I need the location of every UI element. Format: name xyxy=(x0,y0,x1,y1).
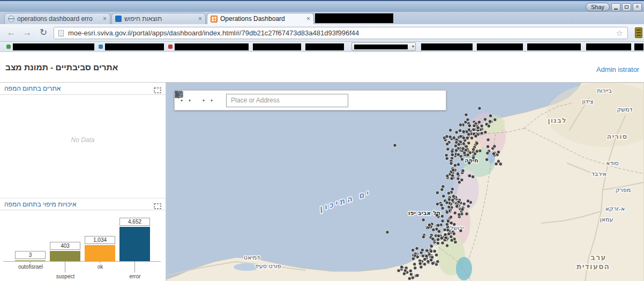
site-marker[interactable] xyxy=(456,172,460,176)
site-marker[interactable] xyxy=(437,230,441,233)
site-marker[interactable] xyxy=(409,272,413,276)
site-marker[interactable] xyxy=(435,253,438,257)
address-bar[interactable]: moe-esri.sviva.gov.il/portal/apps/dashbo… xyxy=(54,27,628,39)
site-marker[interactable] xyxy=(462,202,466,206)
site-marker[interactable] xyxy=(455,131,459,135)
site-marker[interactable] xyxy=(458,129,462,132)
site-marker[interactable] xyxy=(462,142,466,146)
site-marker[interactable] xyxy=(447,198,451,202)
site-marker[interactable] xyxy=(447,205,451,209)
site-marker[interactable] xyxy=(492,152,496,156)
site-marker[interactable] xyxy=(467,204,470,208)
site-marker[interactable] xyxy=(447,191,451,195)
site-marker[interactable] xyxy=(446,142,450,146)
back-button[interactable]: ← xyxy=(4,26,18,39)
filter-menu-button[interactable]: ▾ xyxy=(200,93,207,108)
url-text[interactable]: moe-esri.sviva.gov.il/portal/apps/dashbo… xyxy=(68,29,612,37)
site-marker[interactable] xyxy=(459,123,462,127)
site-marker[interactable] xyxy=(480,124,484,128)
bookmark-favicon[interactable] xyxy=(99,45,103,49)
site-marker[interactable] xyxy=(437,234,440,238)
site-marker[interactable] xyxy=(452,195,455,198)
site-marker[interactable] xyxy=(413,262,416,266)
site-marker[interactable] xyxy=(465,212,469,216)
site-marker[interactable] xyxy=(468,124,471,128)
site-marker[interactable] xyxy=(416,255,420,259)
layers-menu-button[interactable]: ▾ xyxy=(208,93,215,108)
site-marker[interactable] xyxy=(449,216,453,219)
site-marker[interactable] xyxy=(428,223,431,227)
tab-search-results[interactable]: תוצאות חיפוש × xyxy=(111,13,206,24)
site-marker[interactable] xyxy=(457,143,461,146)
tab-operations-dashboard[interactable]: Operations Dashboard × xyxy=(207,13,314,24)
site-marker[interactable] xyxy=(468,161,471,165)
site-marker[interactable] xyxy=(440,188,444,191)
site-marker[interactable] xyxy=(429,258,433,262)
site-marker[interactable] xyxy=(436,241,440,245)
expand-panel-icon[interactable] xyxy=(154,86,161,95)
site-marker[interactable] xyxy=(450,239,454,242)
site-marker[interactable] xyxy=(408,277,411,280)
site-marker[interactable] xyxy=(432,228,436,232)
chart-bar-suspect[interactable] xyxy=(50,251,80,261)
site-marker[interactable] xyxy=(436,202,439,206)
site-marker[interactable] xyxy=(450,161,453,165)
site-marker[interactable] xyxy=(452,168,455,172)
site-marker[interactable] xyxy=(456,177,460,181)
site-marker[interactable] xyxy=(465,113,468,117)
site-marker[interactable] xyxy=(393,144,397,147)
site-marker[interactable] xyxy=(437,224,440,227)
bookmark-favicon[interactable] xyxy=(6,45,11,49)
bookmark-favicon[interactable] xyxy=(168,45,173,49)
site-marker[interactable] xyxy=(476,126,480,130)
site-marker[interactable] xyxy=(415,247,419,250)
site-marker[interactable] xyxy=(414,267,417,270)
minimize-button[interactable] xyxy=(611,3,620,11)
site-marker[interactable] xyxy=(423,262,426,266)
browser-menu-button[interactable] xyxy=(635,27,642,38)
site-marker[interactable] xyxy=(409,269,413,273)
site-marker[interactable] xyxy=(452,136,456,140)
site-marker[interactable] xyxy=(421,248,424,252)
site-marker[interactable] xyxy=(471,147,475,151)
bookmark-star-icon[interactable]: ☆ xyxy=(616,28,623,38)
site-marker[interactable] xyxy=(474,134,478,138)
site-marker[interactable] xyxy=(485,158,489,161)
site-marker[interactable] xyxy=(445,157,449,160)
site-marker[interactable] xyxy=(484,130,488,134)
site-marker[interactable] xyxy=(452,232,456,236)
site-marker[interactable] xyxy=(418,262,422,265)
close-button[interactable]: × xyxy=(633,3,642,11)
site-marker[interactable] xyxy=(459,135,463,138)
site-marker[interactable] xyxy=(429,249,433,253)
reload-button[interactable]: ↻ xyxy=(36,26,50,39)
site-marker[interactable] xyxy=(446,147,450,151)
site-marker[interactable] xyxy=(443,228,447,232)
tab-close-icon[interactable]: × xyxy=(306,15,310,23)
site-marker[interactable] xyxy=(475,142,479,145)
redacted-bookmark-dropdown[interactable] xyxy=(351,42,416,51)
site-marker[interactable] xyxy=(497,150,500,154)
site-marker[interactable] xyxy=(450,221,453,225)
site-marker[interactable] xyxy=(442,195,446,198)
site-marker[interactable] xyxy=(448,129,452,132)
site-marker[interactable] xyxy=(497,160,500,164)
site-marker[interactable] xyxy=(402,272,406,276)
site-marker[interactable] xyxy=(454,149,458,152)
site-marker[interactable] xyxy=(471,175,475,179)
site-marker[interactable] xyxy=(461,169,465,173)
site-marker[interactable] xyxy=(493,118,497,122)
site-marker[interactable] xyxy=(436,191,439,195)
site-marker[interactable] xyxy=(397,269,401,272)
site-marker[interactable] xyxy=(451,153,454,157)
maximize-button[interactable] xyxy=(622,3,631,11)
site-marker[interactable] xyxy=(445,153,448,157)
site-marker[interactable] xyxy=(386,231,390,234)
site-marker[interactable] xyxy=(440,236,444,240)
site-marker[interactable] xyxy=(445,201,449,205)
site-marker[interactable] xyxy=(411,248,415,252)
chart-bar-error[interactable] xyxy=(119,227,150,261)
site-marker[interactable] xyxy=(488,120,492,123)
site-marker[interactable] xyxy=(430,245,433,248)
site-marker[interactable] xyxy=(441,219,445,223)
